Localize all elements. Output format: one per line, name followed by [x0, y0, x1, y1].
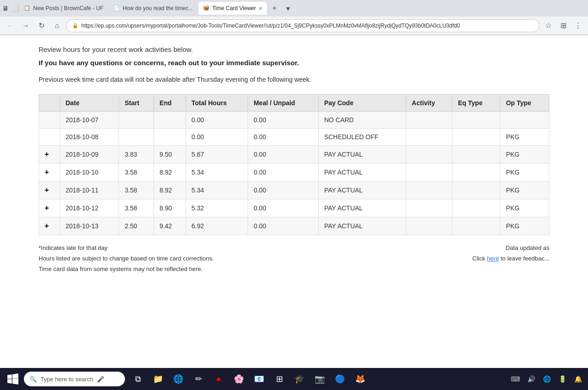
- tab-timecard-question[interactable]: 📄 How do you read the timec...: [109, 2, 198, 15]
- window-icon-monitor[interactable]: 🖥: [2, 5, 9, 12]
- footer-left: *Indicates late for that day Hours liste…: [39, 243, 214, 275]
- tab-favicon-question: 📄: [113, 5, 120, 11]
- table-header-row: Date Start End Total Hours Meal / Unpaid…: [39, 94, 549, 111]
- eq-type-cell: [452, 163, 500, 181]
- tab-favicon-viewer: 📦: [203, 5, 209, 11]
- expand-icon[interactable]: +: [45, 168, 49, 176]
- data-updated-label: Data updated as: [506, 244, 549, 251]
- feedback-link[interactable]: here: [487, 255, 499, 262]
- start-cell: 3.58: [119, 163, 154, 181]
- col-header-date: Date: [60, 94, 119, 111]
- expand-cell[interactable]: +: [39, 181, 60, 199]
- date-cell: 2018-10-11: [60, 181, 119, 199]
- activity-cell: [406, 111, 452, 128]
- start-cell: [119, 111, 154, 128]
- activity-cell: [406, 163, 452, 181]
- eq-type-cell: [452, 111, 500, 128]
- expand-cell[interactable]: +: [39, 199, 60, 217]
- col-header-start: Start: [119, 94, 154, 111]
- total-hours-cell: 0.00: [186, 111, 248, 128]
- eq-type-cell: [452, 181, 500, 199]
- col-header-activity: Activity: [406, 94, 452, 111]
- new-tab-button[interactable]: +: [268, 2, 281, 15]
- meal-unpaid-cell: 0.00: [248, 163, 318, 181]
- tab-title-viewer: Time Card Viewer: [212, 5, 256, 11]
- total-hours-cell: 5.34: [186, 163, 248, 181]
- activity-cell: [406, 199, 452, 217]
- meal-unpaid-cell: 0.00: [248, 128, 318, 145]
- pay-code-cell: PAY ACTUAL: [318, 199, 406, 217]
- tab-title-browncafe: New Posts | BrownCafe - UF: [33, 5, 103, 11]
- footer-note-3: Time card data from some systems may not…: [39, 264, 214, 274]
- extensions-button[interactable]: ⊞: [557, 19, 570, 32]
- activity-cell: [406, 217, 452, 235]
- op-type-cell: PKG: [500, 128, 549, 145]
- meal-unpaid-cell: 0.00: [248, 181, 318, 199]
- nav-bar: ← → ↻ ⌂ 🔒 https://ep.ups.com/upsers/mypo…: [0, 17, 588, 35]
- eq-type-cell: [452, 217, 500, 235]
- feedback-suffix: to leave feedbac...: [499, 255, 549, 262]
- footer-section: *Indicates late for that day Hours liste…: [39, 243, 549, 275]
- intro-text-2: If you have any questions or concerns, r…: [39, 59, 549, 67]
- total-hours-cell: 6.92: [186, 217, 248, 235]
- expand-cell[interactable]: +: [39, 145, 60, 163]
- meal-unpaid-cell: 0.00: [248, 199, 318, 217]
- col-header-eq-type: Eq Type: [452, 94, 500, 111]
- col-header-pay-code: Pay Code: [318, 94, 406, 111]
- pay-code-cell: NO CARD: [318, 111, 406, 128]
- op-type-cell: PKG: [500, 163, 549, 181]
- start-cell: 2.50: [119, 217, 154, 235]
- tab-bar: 🖥 ⬜ 📋 New Posts | BrownCafe - UF 📄 How d…: [0, 0, 588, 17]
- table-row: +2018-10-113.588.925.340.00PAY ACTUALPKG: [39, 181, 549, 199]
- forward-button[interactable]: →: [19, 19, 32, 32]
- table-row: +2018-10-103.588.925.340.00PAY ACTUALPKG: [39, 163, 549, 181]
- start-cell: 3.83: [119, 145, 154, 163]
- back-button[interactable]: ←: [4, 19, 17, 32]
- total-hours-cell: 5.32: [186, 199, 248, 217]
- date-cell: 2018-10-12: [60, 199, 119, 217]
- end-cell: 9.42: [154, 217, 186, 235]
- table-row: +2018-10-123.588.905.320.00PAY ACTUALPKG: [39, 199, 549, 217]
- tab-overflow-button[interactable]: ▾: [282, 2, 294, 15]
- tab-timecard-viewer[interactable]: 📦 Time Card Viewer ✕: [198, 2, 267, 15]
- meal-unpaid-cell: 0.00: [248, 111, 318, 128]
- browser-chrome: 🖥 ⬜ 📋 New Posts | BrownCafe - UF 📄 How d…: [0, 0, 588, 35]
- ssl-lock-icon: 🔒: [72, 23, 79, 28]
- home-button[interactable]: ⌂: [51, 19, 63, 32]
- pay-code-cell: PAY ACTUAL: [318, 145, 406, 163]
- refresh-button[interactable]: ↻: [35, 19, 48, 32]
- address-text: https://ep.ups.com/upsers/myportal/porta…: [81, 23, 533, 29]
- date-cell: 2018-10-10: [60, 163, 119, 181]
- table-row: 2018-10-070.000.00NO CARD: [39, 111, 549, 128]
- end-cell: 8.92: [154, 163, 186, 181]
- footer-note-1: *Indicates late for that day: [39, 243, 214, 253]
- expand-icon[interactable]: +: [45, 186, 49, 194]
- address-bar[interactable]: 🔒 https://ep.ups.com/upsers/myportal/por…: [66, 19, 539, 32]
- tab-browncafe[interactable]: 📋 New Posts | BrownCafe - UF: [19, 2, 108, 15]
- meal-unpaid-cell: 0.00: [248, 217, 318, 235]
- timecard-table: Date Start End Total Hours Meal / Unpaid…: [39, 94, 549, 235]
- expand-cell[interactable]: +: [39, 163, 60, 181]
- expand-cell[interactable]: +: [39, 217, 60, 235]
- expand-icon[interactable]: +: [45, 150, 49, 158]
- menu-button[interactable]: ⋮: [571, 19, 584, 32]
- bookmark-button[interactable]: ☆: [542, 19, 555, 32]
- pay-code-cell: PAY ACTUAL: [318, 217, 406, 235]
- col-header-end: End: [154, 94, 186, 111]
- start-cell: [119, 128, 154, 145]
- footer-right: Data updated as Click here to leave feed…: [472, 243, 549, 264]
- col-header-op-type: Op Type: [500, 94, 549, 111]
- expand-icon[interactable]: +: [45, 222, 49, 230]
- tab-favicon-browncafe: 📋: [24, 5, 30, 11]
- op-type-cell: PKG: [500, 145, 549, 163]
- nav-right-icons: ☆ ⊞ ⋮: [542, 19, 584, 32]
- window-icon-tab[interactable]: ⬜: [11, 5, 18, 12]
- tab-close-button[interactable]: ✕: [259, 6, 262, 11]
- activity-cell: [406, 128, 452, 145]
- start-cell: 3.58: [119, 199, 154, 217]
- activity-cell: [406, 181, 452, 199]
- op-type-cell: PKG: [500, 181, 549, 199]
- col-header-expand: [39, 94, 60, 111]
- expand-icon[interactable]: +: [45, 204, 49, 212]
- table-row: +2018-10-132.509.426.920.00PAY ACTUALPKG: [39, 217, 549, 235]
